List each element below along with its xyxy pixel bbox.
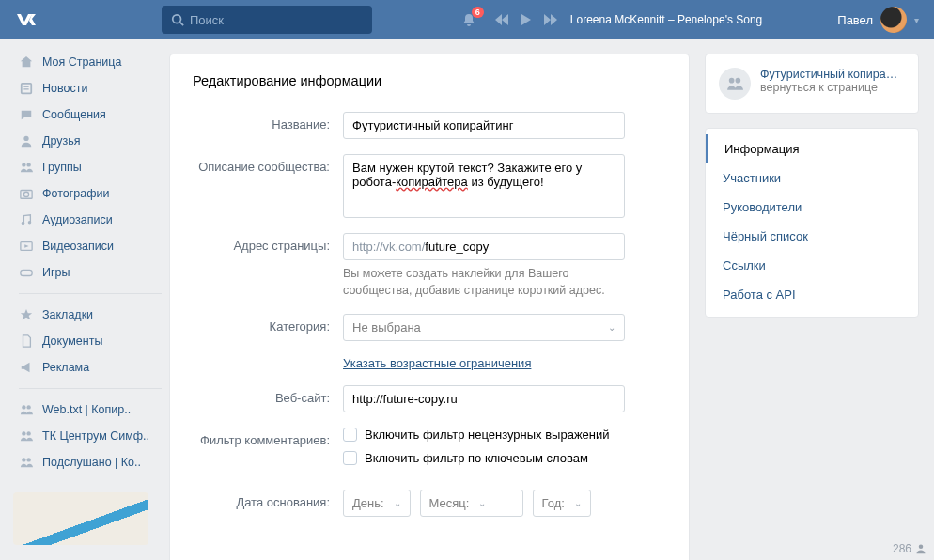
sidebar-label: Видеозаписи bbox=[42, 240, 114, 253]
category-select[interactable]: Не выбрана⌄ bbox=[343, 314, 625, 341]
svg-point-21 bbox=[736, 78, 741, 84]
website-input[interactable] bbox=[343, 385, 625, 412]
sidebar-label: Сообщения bbox=[42, 108, 106, 121]
name-input[interactable] bbox=[343, 112, 625, 139]
next-icon[interactable] bbox=[544, 14, 557, 25]
svg-rect-2 bbox=[22, 84, 32, 94]
label-name: Название: bbox=[193, 112, 343, 139]
tab-members[interactable]: Участники bbox=[706, 163, 918, 193]
svg-point-20 bbox=[729, 78, 735, 84]
sidebar-item-group3[interactable]: Подслушано | Ко.. bbox=[13, 449, 167, 475]
sidebar-label: Подслушано | Ко.. bbox=[42, 456, 141, 469]
sidebar-label: Друзья bbox=[42, 134, 81, 148]
notifications-icon[interactable]: 6 bbox=[461, 12, 476, 27]
prev-icon[interactable] bbox=[495, 14, 508, 25]
url-input[interactable]: http://vk.com/future_copy bbox=[343, 233, 625, 260]
sidebar-item-docs[interactable]: Документы bbox=[13, 328, 167, 354]
play-icon[interactable] bbox=[521, 14, 531, 25]
sidebar-separator bbox=[19, 388, 162, 389]
svg-point-19 bbox=[26, 458, 30, 461]
sidebar-item-bookmarks[interactable]: Закладки bbox=[13, 302, 167, 328]
label-founded: Дата основания: bbox=[193, 490, 343, 517]
player-track[interactable]: Loreena McKennitt – Penelope's Song bbox=[570, 13, 762, 26]
sidebar-item-group1[interactable]: Web.txt | Копир.. bbox=[13, 397, 167, 423]
groups-icon bbox=[19, 429, 34, 443]
music-icon bbox=[19, 213, 34, 226]
chevron-down-icon: ▾ bbox=[914, 15, 919, 25]
sidebar-item-friends[interactable]: Друзья bbox=[13, 128, 167, 154]
url-prefix: http://vk.com/ bbox=[352, 240, 425, 254]
svg-point-7 bbox=[26, 163, 30, 166]
chevron-down-icon: ⌄ bbox=[478, 498, 486, 508]
sidebar-label: Закладки bbox=[42, 308, 93, 321]
back-link[interactable]: вернуться к странице bbox=[760, 81, 901, 94]
online-count[interactable]: 286 bbox=[893, 542, 926, 555]
ad-thumbnail[interactable] bbox=[13, 492, 148, 545]
vk-logo[interactable] bbox=[13, 7, 39, 33]
sidebar-item-audio[interactable]: Аудиозаписи bbox=[13, 207, 167, 233]
sidebar-item-video[interactable]: Видеозаписи bbox=[13, 233, 167, 259]
sidebar-item-groups[interactable]: Группы bbox=[13, 154, 167, 180]
sidebar-item-ads[interactable]: Реклама bbox=[13, 354, 167, 381]
chevron-down-icon: ⌄ bbox=[394, 498, 401, 508]
filter-profanity-checkbox[interactable] bbox=[343, 428, 357, 442]
label-filter: Фильтр комментариев: bbox=[193, 428, 343, 474]
svg-point-22 bbox=[919, 545, 924, 550]
sidebar-label: Аудиозаписи bbox=[42, 213, 113, 226]
description-input[interactable]: Вам нужен крутой текст? Закажите его у р… bbox=[343, 154, 625, 218]
svg-point-0 bbox=[173, 15, 181, 23]
sidebar-item-photos[interactable]: Фотографии bbox=[13, 180, 167, 207]
sidebar-item-profile[interactable]: Моя Страница bbox=[13, 49, 167, 75]
main-panel: Редактирование информации Название: Опис… bbox=[169, 54, 690, 560]
sidebar-label: Игры bbox=[42, 266, 70, 279]
friend-icon bbox=[19, 134, 34, 148]
label-website: Веб-сайт: bbox=[193, 385, 343, 412]
search-box[interactable] bbox=[162, 6, 372, 34]
header: 6 Loreena McKennitt – Penelope's Song Па… bbox=[0, 0, 934, 39]
user-menu[interactable]: Павел ▾ bbox=[837, 7, 919, 33]
sidebar-item-messages[interactable]: Сообщения bbox=[13, 101, 167, 128]
month-select[interactable]: Месяц:⌄ bbox=[420, 490, 523, 517]
community-name[interactable]: Футуристичный копирай... bbox=[760, 68, 901, 81]
age-restriction-link[interactable]: Указать возрастные ограничения bbox=[343, 356, 531, 370]
video-icon bbox=[19, 240, 34, 253]
community-box: Футуристичный копирай... вернуться к стр… bbox=[705, 54, 919, 114]
svg-point-16 bbox=[22, 431, 25, 435]
svg-point-18 bbox=[22, 458, 25, 461]
sidebar-label: Документы bbox=[42, 334, 102, 348]
sidebar-label: Web.txt | Копир.. bbox=[42, 403, 131, 416]
sidebar-label: ТК Центрум Симф.. bbox=[42, 429, 149, 443]
sidebar-item-games[interactable]: Игры bbox=[13, 259, 167, 286]
tab-links[interactable]: Ссылки bbox=[706, 251, 918, 280]
svg-rect-13 bbox=[21, 270, 32, 275]
groups-icon bbox=[19, 456, 34, 469]
sidebar-item-news[interactable]: Новости bbox=[13, 75, 167, 101]
sidebar-label: Группы bbox=[42, 161, 82, 174]
url-hint: Вы можете создать наклейки для Вашего со… bbox=[343, 266, 625, 299]
message-icon bbox=[19, 108, 34, 121]
tab-api[interactable]: Работа с API bbox=[706, 280, 918, 309]
filter-keywords-checkbox[interactable] bbox=[343, 451, 357, 465]
community-avatar bbox=[719, 68, 751, 100]
svg-point-15 bbox=[26, 405, 30, 409]
right-column: Футуристичный копирай... вернуться к стр… bbox=[705, 54, 919, 560]
tab-info[interactable]: Информация bbox=[706, 134, 918, 163]
sidebar-item-group2[interactable]: ТК Центрум Симф.. bbox=[13, 423, 167, 449]
svg-point-10 bbox=[22, 222, 25, 226]
tab-admins[interactable]: Руководители bbox=[706, 193, 918, 222]
news-icon bbox=[19, 82, 34, 95]
svg-point-17 bbox=[26, 431, 30, 435]
svg-point-6 bbox=[22, 163, 25, 166]
avatar bbox=[880, 7, 907, 33]
notif-badge: 6 bbox=[472, 7, 484, 18]
megaphone-icon bbox=[19, 361, 34, 374]
day-select[interactable]: День:⌄ bbox=[343, 490, 411, 517]
search-input[interactable] bbox=[190, 13, 363, 27]
settings-tabs: Информация Участники Руководители Чёрный… bbox=[705, 128, 919, 318]
filter-label: Включить фильтр по ключевым словам bbox=[365, 451, 588, 465]
user-name: Павел bbox=[837, 13, 873, 27]
tab-blacklist[interactable]: Чёрный список bbox=[706, 222, 918, 251]
sidebar-separator bbox=[19, 293, 162, 294]
star-icon bbox=[19, 308, 34, 321]
year-select[interactable]: Год:⌄ bbox=[533, 490, 591, 517]
